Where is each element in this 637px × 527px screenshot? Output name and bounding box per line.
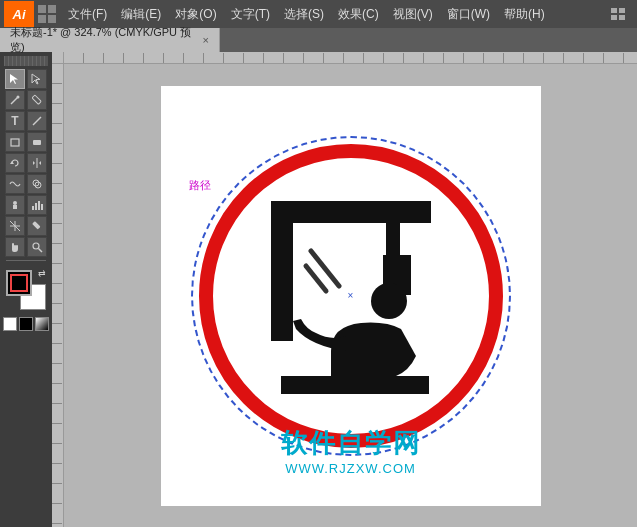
- tool-rotate[interactable]: [5, 153, 25, 173]
- svg-rect-30: [271, 201, 431, 223]
- artboard: 路径: [161, 86, 541, 506]
- ruler-marks-horizontal: [64, 53, 637, 63]
- menu-window[interactable]: 窗口(W): [441, 4, 496, 25]
- svg-rect-3: [619, 15, 625, 20]
- foreground-color-box[interactable]: [6, 270, 32, 296]
- tool-row-1: [4, 69, 48, 89]
- svg-rect-20: [32, 206, 34, 210]
- svg-rect-0: [611, 8, 617, 13]
- svg-line-29: [39, 249, 43, 253]
- tool-row-3: T: [4, 111, 48, 131]
- tool-selection[interactable]: [5, 69, 25, 89]
- svg-marker-15: [39, 161, 41, 165]
- tool-graph[interactable]: [27, 195, 47, 215]
- svg-rect-38: [281, 376, 429, 394]
- center-crosshair: ×: [348, 291, 354, 301]
- svg-rect-8: [32, 95, 41, 104]
- svg-rect-27: [32, 221, 40, 229]
- left-toolbar: T: [0, 52, 52, 527]
- tool-pencil[interactable]: [27, 90, 47, 110]
- svg-rect-22: [38, 201, 40, 210]
- svg-rect-31: [271, 201, 293, 341]
- app-logo: Ai: [4, 1, 34, 27]
- icon-container: ×: [191, 136, 511, 456]
- tool-rect[interactable]: [5, 132, 25, 152]
- menu-select[interactable]: 选择(S): [278, 4, 330, 25]
- gradient-btn[interactable]: [35, 317, 49, 331]
- watermark: 软件自学网 WWW.RJZXW.COM: [281, 426, 421, 476]
- tool-zoom[interactable]: [27, 237, 47, 257]
- menu-file[interactable]: 文件(F): [62, 4, 113, 25]
- tool-type[interactable]: T: [5, 111, 25, 131]
- svg-rect-1: [619, 8, 625, 13]
- tool-row-2: [4, 90, 48, 110]
- tab-close-button[interactable]: ×: [203, 34, 209, 46]
- tool-symbol[interactable]: [5, 195, 25, 215]
- bottom-tools: [3, 317, 49, 331]
- svg-marker-4: [10, 74, 18, 84]
- tool-row-7: [4, 195, 48, 215]
- svg-rect-11: [33, 140, 41, 145]
- color-boxes: ⇄: [4, 268, 48, 312]
- ruler-left: [52, 64, 64, 527]
- svg-rect-2: [611, 15, 617, 20]
- menu-bar: Ai 文件(F) 编辑(E) 对象(O) 文字(T) 选择(S) 效果(C) 视…: [0, 0, 637, 28]
- layout-icon[interactable]: [611, 8, 633, 20]
- svg-point-18: [13, 201, 17, 205]
- none-color-btn[interactable]: [3, 317, 17, 331]
- menu-object[interactable]: 对象(O): [169, 4, 222, 25]
- menu-effect[interactable]: 效果(C): [332, 4, 385, 25]
- tool-slice[interactable]: [5, 216, 25, 236]
- tool-eyedropper[interactable]: [27, 216, 47, 236]
- foreground-color-inner: [10, 274, 28, 292]
- tool-shape-build[interactable]: [27, 174, 47, 194]
- svg-marker-5: [32, 74, 40, 84]
- tool-eraser[interactable]: [27, 132, 47, 152]
- tool-row-8: [4, 216, 48, 236]
- svg-rect-23: [41, 204, 43, 210]
- app-switcher-icon[interactable]: [38, 5, 56, 23]
- tool-mirror[interactable]: [27, 153, 47, 173]
- tool-hand[interactable]: [5, 237, 25, 257]
- menu-text[interactable]: 文字(T): [225, 4, 276, 25]
- main-area: T: [0, 52, 637, 527]
- svg-point-37: [371, 283, 407, 319]
- ruler-corner: [52, 52, 64, 64]
- svg-point-7: [17, 96, 20, 99]
- menu-view[interactable]: 视图(V): [387, 4, 439, 25]
- svg-rect-32: [386, 201, 400, 256]
- svg-marker-12: [10, 161, 14, 164]
- menu-items: 文件(F) 编辑(E) 对象(O) 文字(T) 选择(S) 效果(C) 视图(V…: [62, 4, 551, 25]
- tool-row-4: [4, 132, 48, 152]
- black-color-btn[interactable]: [19, 317, 33, 331]
- swap-colors-icon[interactable]: ⇄: [38, 268, 46, 278]
- svg-rect-21: [35, 203, 37, 210]
- svg-rect-19: [13, 205, 17, 209]
- tool-row-6: [4, 174, 48, 194]
- tool-warp[interactable]: [5, 174, 25, 194]
- tool-pen[interactable]: [5, 90, 25, 110]
- menu-edit[interactable]: 编辑(E): [115, 4, 167, 25]
- watermark-main-text: 软件自学网: [281, 426, 421, 461]
- document-tab[interactable]: 未标题-1* @ 324.7% (CMYK/GPU 预览) ×: [0, 28, 220, 52]
- tool-row-5: [4, 153, 48, 173]
- tool-separator-1: [6, 260, 46, 261]
- ruler-indicator: [4, 56, 48, 66]
- ruler-top: [64, 52, 637, 64]
- drawing-canvas[interactable]: 路径: [64, 64, 637, 527]
- svg-line-9: [33, 117, 41, 125]
- tab-bar: 未标题-1* @ 324.7% (CMYK/GPU 预览) ×: [0, 28, 637, 52]
- tool-row-9: [4, 237, 48, 257]
- menu-help[interactable]: 帮助(H): [498, 4, 551, 25]
- canvas-area: 路径: [52, 52, 637, 527]
- watermark-sub-text: WWW.RJZXW.COM: [281, 461, 421, 476]
- svg-rect-10: [11, 139, 19, 146]
- svg-marker-14: [33, 161, 35, 165]
- tool-line[interactable]: [27, 111, 47, 131]
- tool-direct-select[interactable]: [27, 69, 47, 89]
- svg-rect-34: [293, 223, 383, 323]
- tab-title: 未标题-1* @ 324.7% (CMYK/GPU 预览): [10, 25, 195, 55]
- ruler-marks-vertical: [52, 64, 62, 527]
- svg-point-28: [33, 243, 39, 249]
